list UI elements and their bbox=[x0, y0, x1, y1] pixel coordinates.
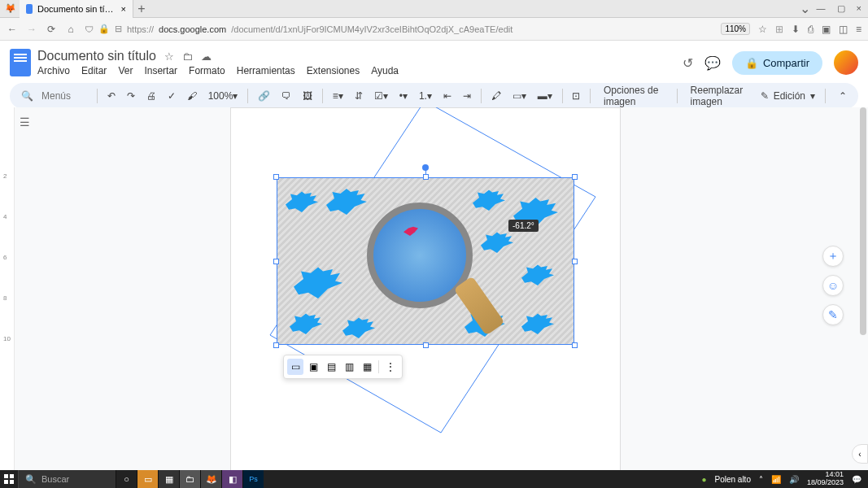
user-avatar[interactable] bbox=[834, 50, 858, 75]
wrap-behind-icon[interactable]: ▥ bbox=[341, 359, 357, 375]
forward-button[interactable]: → bbox=[26, 24, 37, 35]
zoom-select[interactable]: 100% ▾ bbox=[205, 87, 242, 105]
back-button[interactable]: ← bbox=[7, 24, 18, 35]
align-icon[interactable]: ≡▾ bbox=[329, 87, 347, 105]
start-button[interactable] bbox=[0, 470, 18, 488]
bookmark-star-icon[interactable]: ☆ bbox=[758, 24, 767, 35]
downloads-icon[interactable]: ⬇ bbox=[792, 24, 800, 35]
emoji-reaction-icon[interactable]: ☺ bbox=[822, 275, 844, 296]
home-button[interactable]: ⌂ bbox=[65, 24, 76, 35]
document-outline-icon[interactable]: ☰ bbox=[20, 115, 30, 129]
add-comment-icon[interactable]: 🗨 bbox=[278, 87, 294, 105]
menu-ver[interactable]: Ver bbox=[118, 65, 133, 76]
redo-icon[interactable]: ↷ bbox=[124, 87, 138, 105]
history-icon[interactable]: ↺ bbox=[683, 55, 693, 71]
notifications-icon[interactable]: 💬 bbox=[852, 475, 861, 484]
border-color-icon[interactable]: 🖍 bbox=[488, 87, 504, 105]
resize-handle-br[interactable] bbox=[572, 342, 578, 348]
zoom-level[interactable]: 110% bbox=[721, 23, 750, 35]
tray-overflow-icon[interactable]: ˄ bbox=[759, 475, 763, 484]
wrap-break-icon[interactable]: ▤ bbox=[323, 359, 339, 375]
browser-tab[interactable]: Documento sin título - Docum × bbox=[20, 0, 133, 18]
extensions-icon[interactable]: ▣ bbox=[822, 24, 831, 35]
add-comment-side-icon[interactable]: ＋ bbox=[822, 246, 844, 267]
explore-tab-icon[interactable]: ‹ bbox=[852, 444, 868, 464]
close-tab-icon[interactable]: × bbox=[121, 4, 126, 14]
border-weight-icon[interactable]: ▭▾ bbox=[509, 87, 530, 105]
weather-icon[interactable]: ● bbox=[701, 475, 706, 484]
selected-image[interactable] bbox=[277, 177, 574, 345]
window-close-icon[interactable]: × bbox=[857, 3, 861, 14]
numbered-list-icon[interactable]: 1.▾ bbox=[416, 87, 435, 105]
line-spacing-icon[interactable]: ⇵ bbox=[351, 87, 366, 105]
vertical-ruler[interactable]: 2 4 6 8 10 bbox=[0, 107, 15, 470]
wrap-front-icon[interactable]: ▦ bbox=[359, 359, 375, 375]
taskbar-photoshop-icon[interactable]: Ps bbox=[242, 470, 264, 488]
menu-archivo[interactable]: Archivo bbox=[37, 65, 70, 76]
resize-handle-tr[interactable] bbox=[572, 174, 578, 180]
sound-icon[interactable]: 🔊 bbox=[789, 475, 799, 484]
decrease-indent-icon[interactable]: ⇤ bbox=[440, 87, 455, 105]
increase-indent-icon[interactable]: ⇥ bbox=[460, 87, 474, 105]
suggest-edits-icon[interactable]: ✎ bbox=[822, 304, 844, 325]
move-document-icon[interactable]: 🗀 bbox=[182, 50, 193, 63]
app-menu-icon[interactable]: ≡ bbox=[856, 24, 861, 35]
replace-image-button[interactable]: Reemplazar imagen bbox=[684, 81, 756, 111]
weather-text[interactable]: Polen alto bbox=[714, 475, 750, 484]
share-button[interactable]: 🔒 Compartir bbox=[732, 51, 822, 75]
wifi-icon[interactable]: 📶 bbox=[771, 475, 781, 484]
reload-button[interactable]: ⟳ bbox=[46, 24, 57, 35]
image-options-button[interactable]: Opciones de imagen bbox=[597, 81, 670, 111]
menus-search-input[interactable] bbox=[41, 90, 90, 102]
collapse-toolbar-icon[interactable]: ⌃ bbox=[835, 87, 850, 105]
bulleted-list-icon[interactable]: •▾ bbox=[396, 87, 411, 105]
checklist-icon[interactable]: ☑▾ bbox=[371, 87, 391, 105]
taskbar-search[interactable]: 🔍 Buscar bbox=[18, 470, 116, 488]
wrap-more-icon[interactable]: ⋮ bbox=[382, 359, 399, 375]
docs-logo-icon[interactable] bbox=[10, 49, 31, 76]
resize-handle-tl[interactable] bbox=[273, 174, 279, 180]
document-title[interactable]: Documento sin título bbox=[37, 49, 156, 63]
wrap-inline-icon[interactable]: ▭ bbox=[287, 359, 303, 375]
new-tab-button[interactable]: + bbox=[133, 2, 150, 16]
menu-insertar[interactable]: Insertar bbox=[144, 65, 177, 76]
menu-herramientas[interactable]: Herramientas bbox=[237, 65, 295, 76]
border-dash-icon[interactable]: ▬▾ bbox=[534, 87, 556, 105]
document-status-icon[interactable]: ☁ bbox=[201, 50, 212, 63]
paint-format-icon[interactable]: 🖌 bbox=[184, 87, 200, 105]
menu-ayuda[interactable]: Ayuda bbox=[371, 65, 399, 76]
window-minimize-icon[interactable]: — bbox=[817, 3, 826, 14]
resize-handle-bl[interactable] bbox=[273, 342, 279, 348]
comments-icon[interactable]: 💬 bbox=[704, 55, 721, 71]
taskbar-firefox-icon[interactable]: 🦊 bbox=[200, 470, 221, 488]
resize-handle-bm[interactable] bbox=[423, 342, 429, 348]
save-page-icon[interactable]: ⊞ bbox=[775, 24, 783, 35]
menu-extensiones[interactable]: Extensiones bbox=[307, 65, 360, 76]
window-maximize-icon[interactable]: ▢ bbox=[837, 3, 845, 14]
menu-formato[interactable]: Formato bbox=[189, 65, 225, 76]
insert-link-icon[interactable]: 🔗 bbox=[255, 87, 273, 105]
menu-editar[interactable]: Editar bbox=[81, 65, 107, 76]
taskbar-app-1[interactable]: ▦ bbox=[158, 470, 179, 488]
spellcheck-icon[interactable]: ✓ bbox=[164, 87, 179, 105]
search-menus-icon[interactable]: 🔍 bbox=[18, 87, 37, 105]
resize-handle-tm[interactable] bbox=[423, 174, 429, 180]
star-document-icon[interactable]: ☆ bbox=[164, 50, 174, 63]
library-icon[interactable]: ⎙ bbox=[808, 24, 813, 35]
task-view-icon[interactable]: ▭ bbox=[137, 470, 158, 488]
cortana-icon[interactable]: ○ bbox=[116, 470, 137, 488]
wrap-text-icon[interactable]: ▣ bbox=[305, 359, 321, 375]
vertical-scrollbar[interactable] bbox=[860, 107, 866, 335]
editing-mode-select[interactable]: ✎ Edición ▾ bbox=[761, 90, 815, 102]
address-bar[interactable]: 🛡 🔒 ⊟ https://docs.google.com/document/d… bbox=[85, 24, 713, 34]
account-icon[interactable]: ◫ bbox=[839, 24, 848, 35]
taskbar-app-2[interactable]: 🗀 bbox=[179, 470, 200, 488]
clock[interactable]: 14:01 18/09/2023 bbox=[807, 471, 844, 487]
undo-icon[interactable]: ↶ bbox=[104, 87, 119, 105]
crop-icon[interactable]: ⊡ bbox=[569, 87, 583, 105]
resize-handle-ml[interactable] bbox=[273, 259, 279, 264]
rotate-handle[interactable] bbox=[422, 164, 429, 171]
resize-handle-mr[interactable] bbox=[572, 259, 578, 264]
taskbar-app-3[interactable]: ◧ bbox=[221, 470, 242, 488]
print-icon[interactable]: 🖨 bbox=[143, 87, 159, 105]
